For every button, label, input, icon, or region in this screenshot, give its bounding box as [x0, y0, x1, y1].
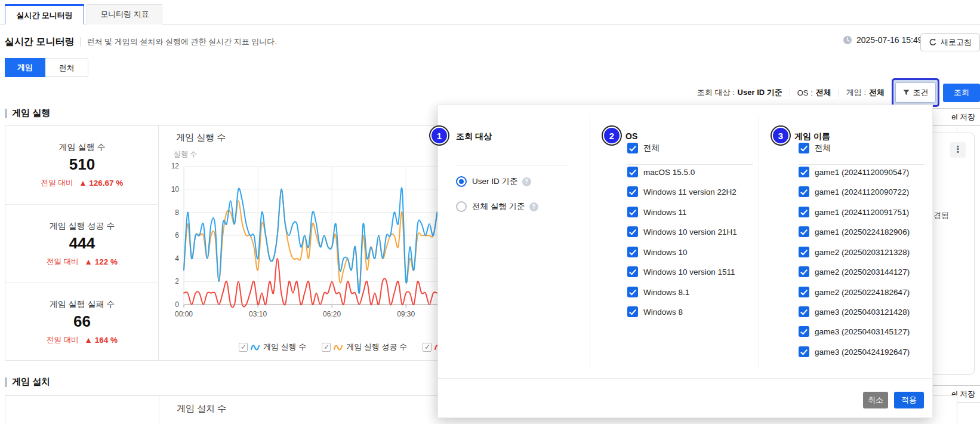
svg-text:0: 0 — [175, 300, 179, 309]
changed-status-text: 경됨 — [933, 210, 949, 221]
page-description: 런처 및 게임의 설치와 실행에 관한 실시간 지표 입니다. — [87, 36, 277, 47]
help-icon[interactable]: ? — [529, 202, 538, 211]
game-checkbox-item[interactable]: game3 (20250424192647) — [799, 346, 910, 358]
game-checkbox-item[interactable]: game1 (20241120090547) — [799, 166, 909, 178]
svg-text:06:20: 06:20 — [323, 310, 341, 318]
checkbox-label: game3 (20250424192647) — [815, 348, 910, 357]
popup-col3-title: 게임 이름 — [794, 131, 830, 142]
scope-game-button[interactable]: 게임 — [5, 58, 45, 77]
checkbox-label: game1 (20241120091751) — [815, 208, 909, 217]
kebab-menu-icon[interactable]: ⋮ — [950, 142, 966, 158]
checkbox-checked-icon[interactable] — [627, 186, 638, 197]
svg-text:4: 4 — [175, 254, 179, 263]
game-checkbox-item[interactable]: game2 (20250224182647) — [799, 286, 910, 298]
checkbox-checked-icon[interactable] — [627, 306, 638, 317]
game-checkbox-item[interactable]: game1 (20241120090722) — [799, 186, 909, 198]
game-checkbox-item[interactable]: game2 (20250203121328) — [799, 246, 910, 258]
os-checkbox-item[interactable]: Windows 10 version 1511 — [627, 266, 735, 278]
game-checkbox-item[interactable]: game1 (20241120091751) — [799, 206, 909, 218]
filter-funnel-icon — [903, 90, 910, 96]
checkbox-checked-icon[interactable] — [799, 226, 809, 237]
game-checkbox-item[interactable]: game1 (20250224182906) — [799, 226, 910, 238]
checkbox-label: game1 (20241120090547) — [815, 168, 909, 177]
refresh-button[interactable]: 새로고침 — [920, 33, 980, 51]
svg-text:10: 10 — [171, 185, 180, 193]
os-checkbox-item[interactable]: Windows 11 version 22H2 — [627, 186, 736, 198]
checkbox-checked-icon[interactable] — [627, 247, 638, 257]
section-game-install-header: 게임 설치 — [5, 376, 50, 388]
os-checkbox-item[interactable]: Windows 8.1 — [627, 286, 689, 298]
step-3-badge: 3 — [772, 127, 790, 145]
radio-total-run-basis[interactable]: 전체 실행 기준 ? — [456, 201, 538, 213]
checkbox-checked-icon[interactable] — [627, 266, 638, 277]
radio-unselected-icon[interactable] — [456, 201, 467, 212]
stat-delta-value: ▲ 164 % — [85, 336, 118, 345]
checkbox-label: game2 (20250224182647) — [815, 288, 910, 297]
stat-game-run-fail-count: 게임 실행 실패 수 66 전일 대비 ▲ 164 % — [5, 282, 159, 361]
stat-compare-label: 전일 대비 — [47, 335, 78, 345]
page-header: 실시간 모니터링 런처 및 게임의 설치와 실행에 관한 실시간 지표 입니다. — [5, 33, 277, 51]
os-checkbox-item[interactable]: Windows 11 — [627, 206, 687, 218]
radio-label: 전체 실행 기준 — [472, 201, 525, 212]
filter-separator — [839, 89, 839, 97]
legend-item-success[interactable]: 게임 실행 성공 수 — [322, 342, 407, 352]
game-checkbox-all[interactable]: 전체 — [799, 142, 831, 154]
apply-button[interactable]: 적용 — [894, 392, 924, 408]
realtime-monitoring-page: 실시간 모니터링 모니터링 지표 실시간 모니터링 런처 및 게임의 설치와 실… — [0, 0, 980, 424]
checkbox-checked-icon[interactable] — [799, 266, 809, 277]
game-checkbox-item[interactable]: game3 (20250403145127) — [799, 325, 910, 337]
os-checkbox-all[interactable]: 전체 — [627, 142, 660, 154]
checkbox-checked-icon[interactable] — [799, 186, 809, 197]
popup-divider — [627, 164, 753, 165]
popup-column-divider — [590, 115, 590, 368]
checkbox-checked-icon[interactable] — [799, 143, 809, 153]
game-checkbox-item[interactable]: game3 (20250403121428) — [799, 306, 910, 318]
checkbox-checked-icon[interactable] — [627, 287, 638, 297]
condition-filter-popup: 1 조회 대상 User ID 기준 ? 전체 실행 기준 ? 2 OS 전체 … — [437, 105, 933, 418]
checkbox-checked-icon[interactable] — [799, 346, 809, 357]
checkbox-checked-icon[interactable] — [627, 167, 638, 177]
refresh-icon — [929, 38, 937, 47]
condition-button[interactable]: 조건 — [895, 82, 936, 103]
search-button[interactable]: 조회 — [943, 84, 980, 102]
checkbox-checked-icon[interactable] — [627, 226, 638, 237]
radio-user-id-basis[interactable]: User ID 기준 ? — [456, 176, 531, 188]
checkbox-checked-icon[interactable] — [799, 326, 809, 337]
filter-target-value: User ID 기준 — [738, 87, 782, 98]
filter-game-label: 게임 : — [846, 87, 866, 98]
tab-realtime-monitoring[interactable]: 실시간 모니터링 — [5, 4, 84, 24]
checkbox-checked-icon[interactable] — [799, 207, 809, 217]
stat-delta-value: ▲ 122 % — [85, 257, 118, 266]
os-checkbox-item[interactable]: Windows 8 — [627, 306, 683, 318]
checkbox-checked-icon[interactable] — [799, 167, 809, 177]
stat-label: 게임 실행 수 — [59, 142, 106, 153]
scope-launcher-button[interactable]: 런처 — [45, 58, 88, 77]
os-checkbox-item[interactable]: macOS 15.5.0 — [627, 166, 695, 178]
checkbox-label: Windows 11 version 22H2 — [643, 188, 736, 196]
legend-item-run[interactable]: 게임 실행 수 — [239, 342, 306, 352]
svg-text:8: 8 — [175, 208, 179, 217]
checkbox-checked-icon[interactable] — [799, 247, 809, 257]
tab-monitoring-metrics[interactable]: 모니터링 지표 — [87, 4, 162, 24]
checkbox-checked-icon[interactable] — [799, 287, 809, 297]
checkbox-checked-icon[interactable] — [627, 143, 638, 153]
checkbox-label: Windows 11 — [643, 208, 687, 217]
legend-checkbox[interactable] — [239, 343, 248, 352]
radio-selected-icon[interactable] — [456, 176, 467, 187]
cancel-button[interactable]: 취소 — [863, 392, 888, 408]
checkbox-checked-icon[interactable] — [799, 306, 809, 317]
filter-summary-bar: 조회 대상 : User ID 기준 OS : 전체 게임 : 전체 조건 조회 — [657, 79, 980, 106]
section-game-run-title: 게임 실행 — [12, 107, 50, 119]
game-checkbox-item[interactable]: game2 (20250203144127) — [799, 266, 910, 278]
checkbox-label: Windows 8.1 — [643, 288, 689, 297]
os-checkbox-item[interactable]: Windows 10 version 21H1 — [627, 226, 737, 238]
os-checkbox-item[interactable]: Windows 10 — [627, 246, 688, 258]
run-line-chart: 02468101200:0003:1006:2009:30 — [166, 159, 440, 332]
help-icon[interactable]: ? — [522, 177, 531, 186]
stat-delta: 전일 대비 ▲ 122 % — [47, 257, 118, 267]
checkbox-label: 전체 — [815, 143, 831, 153]
legend-checkbox[interactable] — [322, 343, 331, 352]
legend-checkbox[interactable] — [423, 343, 432, 352]
popup-col1-title: 조회 대상 — [456, 131, 492, 142]
checkbox-checked-icon[interactable] — [627, 207, 638, 217]
